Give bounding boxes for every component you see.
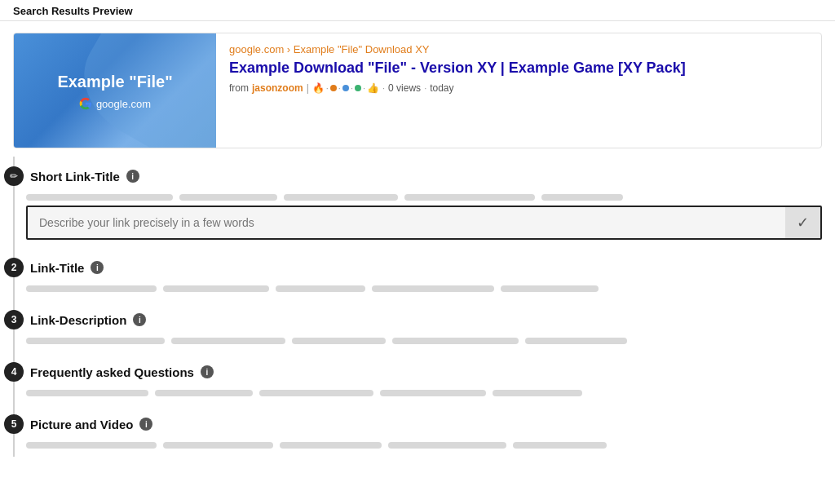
section-5-label: Picture and Video	[30, 418, 133, 431]
preview-title: Example Download "File" - Version XY | E…	[229, 59, 808, 77]
skeleton-line	[179, 194, 277, 201]
preview-thumbnail: Example "File" google.com	[14, 33, 216, 148]
dot-sep-6: ·	[424, 83, 426, 93]
section-faq: 4 Frequently asked Questions i	[13, 352, 822, 405]
section-2-header: 2 Link-Title i	[15, 248, 822, 282]
section-3-label: Link-Description	[30, 313, 126, 327]
skeleton-line	[26, 338, 165, 344]
meta-when: today	[430, 82, 453, 94]
pencil-icon: ✏	[10, 170, 18, 182]
section-2-label: Link-Title	[30, 261, 84, 275]
preview-breadcrumb: google.com › Example "File" Download XY	[229, 43, 808, 55]
skeleton-line	[392, 338, 519, 344]
skeleton-line	[525, 338, 627, 344]
skeleton-line	[171, 338, 285, 344]
section-1-skeleton-top	[26, 194, 822, 201]
sections-container: ✏ Short Link-Title i ✓ 2 Link-Title i	[0, 157, 835, 457]
skeleton-line	[259, 390, 373, 396]
short-link-input[interactable]	[28, 207, 785, 238]
section-5-skeleton	[15, 439, 822, 457]
section-3-header: 3 Link-Description i	[15, 300, 822, 334]
section-1-input-area: ✓	[15, 191, 822, 248]
short-link-check-button[interactable]: ✓	[785, 207, 820, 238]
dot-green-icon	[355, 85, 361, 91]
meta-icons: 🔥 · · · · 👍	[312, 82, 379, 94]
skeleton-line	[380, 390, 486, 396]
skeleton-line	[163, 285, 269, 292]
section-4-info-icon[interactable]: i	[201, 365, 214, 378]
dot-sep-5: ·	[382, 83, 385, 93]
section-3-info-icon[interactable]: i	[133, 313, 146, 326]
dot-orange-icon	[330, 85, 337, 91]
preview-meta: from jasonzoom | 🔥 · · · · 👍 · 0 views ·…	[229, 82, 808, 94]
google-g-icon	[79, 97, 92, 110]
skeleton-line	[155, 390, 253, 396]
section-1-label: Short Link-Title	[30, 170, 120, 183]
meta-separator: |	[307, 82, 309, 94]
section-4-header: 4 Frequently asked Questions i	[15, 352, 822, 387]
dot-blue-icon	[342, 85, 349, 91]
section-link-description: 3 Link-Description i	[13, 300, 822, 352]
thumbnail-main-text: Example "File"	[44, 71, 185, 92]
skeleton-line	[276, 285, 365, 292]
skeleton-line	[26, 194, 173, 201]
skeleton-line	[501, 285, 599, 292]
search-preview-card: Example "File" google.com google.com › E…	[13, 33, 822, 148]
thumbnail-sub-text: google.com	[96, 98, 151, 110]
section-4-label: Frequently asked Questions	[30, 365, 194, 379]
page-title: Search Results Preview	[0, 0, 835, 21]
thumbnail-google-row: google.com	[79, 97, 151, 110]
skeleton-line	[404, 194, 535, 201]
section-link-title: 2 Link-Title i	[13, 248, 822, 300]
skeleton-line	[372, 285, 494, 292]
section-4-skeleton	[15, 387, 822, 405]
skeleton-line	[284, 194, 398, 201]
skeleton-line	[280, 442, 382, 449]
section-4-number: 4	[4, 362, 24, 382]
fire-icon: 🔥	[312, 82, 325, 94]
section-5-info-icon[interactable]: i	[139, 418, 152, 431]
skeleton-line	[163, 442, 273, 449]
dot-sep-4: ·	[363, 83, 365, 93]
skeleton-line	[26, 390, 148, 396]
skeleton-line	[26, 442, 157, 449]
section-1-number: ✏	[4, 166, 24, 186]
section-2-number: 2	[4, 258, 24, 277]
section-1-header: ✏ Short Link-Title i	[15, 157, 822, 191]
section-2-skeleton	[15, 282, 822, 300]
section-short-link-title: ✏ Short Link-Title i ✓	[13, 157, 822, 248]
skeleton-line	[292, 338, 386, 344]
dot-sep-3: ·	[351, 83, 353, 93]
section-2-info-icon[interactable]: i	[91, 261, 104, 274]
preview-info: google.com › Example "File" Download XY …	[216, 33, 821, 104]
skeleton-line	[513, 442, 607, 449]
skeleton-line	[541, 194, 623, 201]
section-3-skeleton	[15, 334, 822, 352]
section-5-number: 5	[4, 414, 24, 434]
meta-views: 0 views	[388, 82, 421, 94]
section-picture-video: 5 Picture and Video i	[13, 405, 822, 457]
meta-from-label: from	[229, 82, 249, 94]
skeleton-line	[493, 390, 582, 396]
meta-author: jasonzoom	[252, 82, 303, 94]
dot-sep-2: ·	[338, 83, 341, 93]
section-5-header: 5 Picture and Video i	[15, 405, 822, 439]
skeleton-line	[388, 442, 506, 449]
section-1-info-icon[interactable]: i	[126, 170, 139, 183]
skeleton-line	[26, 285, 157, 292]
short-link-input-wrapper: ✓	[26, 206, 822, 240]
thumbs-up-icon: 👍	[367, 82, 379, 94]
section-3-number: 3	[4, 310, 24, 329]
dot-sep-1: ·	[326, 83, 329, 93]
